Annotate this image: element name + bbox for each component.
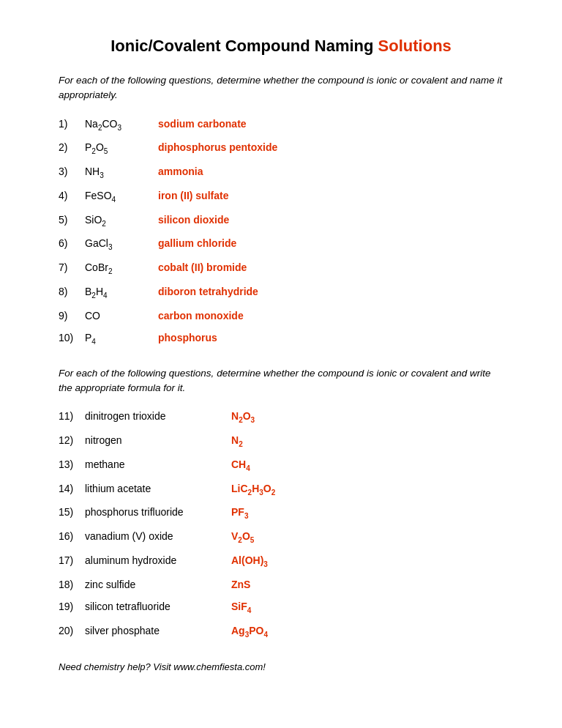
item-name: vanadium (V) oxide [85, 530, 231, 542]
item-formula: CoBr2 [85, 261, 158, 275]
section1-list: 1) Na2CO3 sodium carbonate 2) P2O5 dipho… [59, 118, 503, 346]
table-row: 13) methane CH4 [59, 458, 503, 472]
item-number: 10) [59, 332, 85, 343]
item-number: 12) [59, 434, 85, 446]
item-number: 15) [59, 506, 85, 518]
table-row: 12) nitrogen N2 [59, 434, 503, 448]
item-answer: Al(OH)3 [231, 554, 268, 568]
item-name: nitrogen [85, 434, 231, 446]
item-number: 9) [59, 310, 85, 322]
item-answer: ammonia [158, 166, 203, 177]
item-name: lithium acetate [85, 483, 231, 494]
item-number: 7) [59, 261, 85, 273]
item-number: 16) [59, 530, 85, 542]
section2-list: 11) dinitrogen trioxide N2O3 12) nitroge… [59, 410, 503, 638]
title-solutions: Solutions [378, 37, 452, 55]
item-answer: ZnS [231, 579, 250, 590]
table-row: 17) aluminum hydroxide Al(OH)3 [59, 554, 503, 568]
item-formula: P2O5 [85, 141, 158, 155]
footer-text: Need chemistry help? Visit www.chemfiest… [59, 661, 503, 672]
item-answer: silicon dioxide [158, 214, 229, 226]
item-answer: phosphorus [158, 332, 217, 343]
item-formula: Na2CO3 [85, 118, 158, 132]
item-formula: CO [85, 310, 158, 322]
item-formula: FeSO4 [85, 190, 158, 204]
item-answer: V2O5 [231, 530, 254, 544]
item-answer: N2 [231, 434, 243, 448]
item-answer: LiC2H3O2 [231, 483, 275, 497]
table-row: 9) CO carbon monoxide [59, 310, 503, 322]
item-answer: gallium chloride [158, 237, 236, 249]
title-main: Ionic/Covalent Compound Naming [110, 37, 378, 55]
item-formula: NH3 [85, 166, 158, 179]
item-number: 18) [59, 579, 85, 590]
table-row: 15) phosphorus trifluoride PF3 [59, 506, 503, 520]
table-row: 1) Na2CO3 sodium carbonate [59, 118, 503, 132]
item-number: 3) [59, 166, 85, 177]
table-row: 6) GaCl3 gallium chloride [59, 237, 503, 251]
item-answer: diphosphorus pentoxide [158, 141, 277, 153]
item-formula: P4 [85, 332, 158, 346]
page: Ionic/Covalent Compound Naming Solutions… [0, 0, 562, 702]
table-row: 19) silicon tetrafluoride SiF4 [59, 601, 503, 614]
item-number: 2) [59, 141, 85, 153]
item-answer: diboron tetrahydride [158, 286, 258, 297]
item-answer: CH4 [231, 458, 250, 472]
item-name: aluminum hydroxide [85, 554, 231, 566]
table-row: 5) SiO2 silicon dioxide [59, 214, 503, 228]
item-answer: SiF4 [231, 601, 251, 614]
item-number: 13) [59, 458, 85, 470]
item-name: dinitrogen trioxide [85, 410, 231, 422]
table-row: 2) P2O5 diphosphorus pentoxide [59, 141, 503, 155]
item-formula: GaCl3 [85, 237, 158, 251]
item-formula: B2H4 [85, 286, 158, 300]
item-answer: iron (II) sulfate [158, 190, 228, 201]
item-answer: PF3 [231, 506, 248, 520]
item-answer: cobalt (II) bromide [158, 261, 247, 273]
item-number: 19) [59, 601, 85, 612]
table-row: 11) dinitrogen trioxide N2O3 [59, 410, 503, 424]
table-row: 4) FeSO4 iron (II) sulfate [59, 190, 503, 204]
table-row: 18) zinc sulfide ZnS [59, 579, 503, 590]
table-row: 8) B2H4 diboron tetrahydride [59, 286, 503, 300]
item-answer: N2O3 [231, 410, 255, 424]
item-number: 1) [59, 118, 85, 130]
item-name: silicon tetrafluoride [85, 601, 231, 612]
item-number: 5) [59, 214, 85, 226]
item-answer: sodium carbonate [158, 118, 247, 130]
table-row: 14) lithium acetate LiC2H3O2 [59, 483, 503, 497]
item-name: zinc sulfide [85, 579, 231, 590]
item-number: 4) [59, 190, 85, 201]
item-number: 17) [59, 554, 85, 566]
item-answer: carbon monoxide [158, 310, 244, 322]
item-number: 8) [59, 286, 85, 297]
item-number: 14) [59, 483, 85, 494]
table-row: 16) vanadium (V) oxide V2O5 [59, 530, 503, 544]
item-number: 20) [59, 625, 85, 636]
table-row: 20) silver phosphate Ag3PO4 [59, 625, 503, 639]
item-number: 11) [59, 410, 85, 422]
item-name: phosphorus trifluoride [85, 506, 231, 518]
instructions-section1: For each of the following questions, det… [59, 73, 503, 103]
item-name: methane [85, 458, 231, 470]
item-number: 6) [59, 237, 85, 249]
table-row: 3) NH3 ammonia [59, 166, 503, 179]
instructions-section2: For each of the following questions, det… [59, 366, 503, 396]
item-name: silver phosphate [85, 625, 231, 636]
table-row: 10) P4 phosphorus [59, 332, 503, 346]
item-formula: SiO2 [85, 214, 158, 228]
page-title: Ionic/Covalent Compound Naming Solutions [59, 37, 503, 56]
item-answer: Ag3PO4 [231, 625, 268, 639]
table-row: 7) CoBr2 cobalt (II) bromide [59, 261, 503, 275]
